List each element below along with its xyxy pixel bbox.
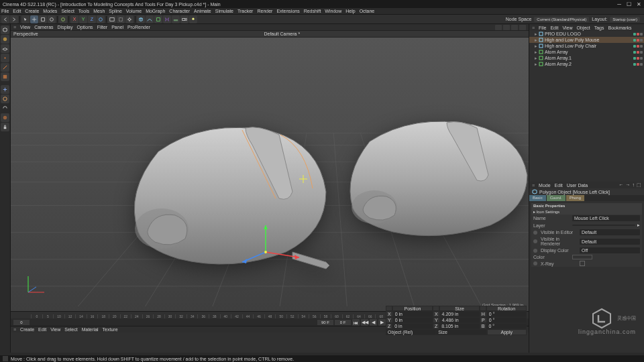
visibility-render-dot[interactable] bbox=[637, 39, 639, 42]
mat-menu-create[interactable]: Create bbox=[20, 327, 34, 332]
menu-mesh[interactable]: Mesh bbox=[93, 9, 105, 13]
workplane-mode[interactable] bbox=[1, 44, 9, 53]
redo-button[interactable] bbox=[10, 15, 18, 23]
expand-icon[interactable]: ▸ bbox=[535, 38, 537, 43]
spline-primitive[interactable] bbox=[146, 15, 154, 23]
timeline-end-frame[interactable]: 90 F bbox=[317, 320, 333, 325]
scale-tool[interactable] bbox=[39, 15, 47, 23]
material-manager[interactable] bbox=[11, 333, 529, 353]
vp-menu-panel[interactable]: Panel bbox=[111, 25, 123, 29]
object-row[interactable]: ▸Atom Array.1 bbox=[529, 55, 644, 61]
om-menu-tags[interactable]: Tags bbox=[594, 25, 604, 30]
menu-file[interactable]: File bbox=[1, 9, 9, 13]
menu-window[interactable]: Window bbox=[325, 9, 341, 13]
pos-field[interactable]: 0 in bbox=[393, 311, 433, 317]
mat-menu-view[interactable]: View bbox=[50, 327, 60, 332]
timeline-current-frame[interactable]: 0 F bbox=[335, 320, 351, 325]
rot-field[interactable]: 0 ° bbox=[486, 323, 527, 329]
menu-redshift[interactable]: Redshift bbox=[304, 9, 321, 13]
visibility-editor-dot[interactable] bbox=[633, 39, 636, 42]
vp-nav-icon[interactable] bbox=[519, 25, 526, 30]
anim-dot[interactable] bbox=[533, 261, 537, 265]
size-field[interactable]: 8.105 in bbox=[439, 323, 480, 329]
deformer-button[interactable] bbox=[163, 15, 171, 23]
pos-field[interactable]: 0 in bbox=[393, 317, 433, 323]
mat-menu-edit[interactable]: Edit bbox=[38, 327, 46, 332]
locked-mode[interactable] bbox=[1, 123, 9, 131]
move-tool[interactable] bbox=[30, 15, 38, 23]
om-menu-view[interactable]: View bbox=[562, 25, 572, 30]
menu-help[interactable]: Help bbox=[345, 9, 355, 13]
tag-icon[interactable] bbox=[640, 39, 643, 42]
menu-render[interactable]: Render bbox=[257, 9, 272, 13]
rot-field[interactable]: 0 ° bbox=[487, 311, 527, 317]
rot-field[interactable]: 0 ° bbox=[487, 317, 527, 323]
menu-edit[interactable]: Edit bbox=[13, 9, 21, 13]
vp-nav-icon[interactable] bbox=[495, 25, 502, 30]
mat-menu-select[interactable]: Select bbox=[64, 327, 77, 332]
om-menu-file[interactable]: File bbox=[539, 25, 546, 30]
xray-checkbox[interactable] bbox=[580, 261, 585, 266]
dispcolor-dropdown[interactable]: Off bbox=[580, 247, 640, 253]
axis-y-toggle[interactable]: Y bbox=[79, 15, 87, 23]
size-field[interactable]: 4.209 in bbox=[440, 311, 480, 317]
menu-octane[interactable]: Octane bbox=[360, 9, 375, 13]
vieweditor-dropdown[interactable]: Default bbox=[580, 229, 640, 235]
object-manager[interactable]: ▸PRO EDU LOGO▸High and Low Poly Mouse▸Hi… bbox=[529, 31, 644, 182]
coord-apply-button[interactable]: Apply bbox=[487, 329, 527, 335]
environment-button[interactable] bbox=[172, 15, 180, 23]
render-settings[interactable] bbox=[125, 15, 133, 23]
play-back-button[interactable]: ▶ bbox=[378, 319, 386, 326]
nodespace-dropdown[interactable]: Current (Standard/Physical) bbox=[534, 17, 589, 22]
icon-settings-header[interactable]: ▸ Icon Settings bbox=[531, 208, 642, 215]
om-menu-object[interactable]: Object bbox=[576, 25, 590, 30]
goto-start-button[interactable]: ⏮ bbox=[352, 319, 360, 326]
generator-button[interactable] bbox=[154, 15, 162, 23]
history-button[interactable] bbox=[59, 15, 67, 23]
expand-icon[interactable]: ▸ bbox=[535, 56, 537, 61]
mat-menu-material[interactable]: Material bbox=[82, 327, 99, 332]
tab-coord[interactable]: Coord. bbox=[547, 195, 566, 201]
world-toggle[interactable] bbox=[97, 15, 105, 23]
vp-menu-cameras[interactable]: Cameras bbox=[34, 25, 53, 29]
attr-nav-fwd[interactable]: → bbox=[626, 182, 631, 188]
menu-character[interactable]: Character bbox=[169, 9, 190, 13]
menu-modes[interactable]: Modes bbox=[43, 9, 57, 13]
viewport-3d[interactable]: Grid Spacing : 1.969 in bbox=[11, 38, 529, 311]
expand-icon[interactable]: ▸ bbox=[535, 44, 537, 49]
layer-field[interactable] bbox=[572, 225, 635, 226]
expand-icon[interactable]: ▸ bbox=[535, 32, 537, 37]
attr-menu-userdata[interactable]: User Data bbox=[567, 183, 588, 188]
size-field[interactable]: 4.486 in bbox=[440, 317, 480, 323]
vp-menu-view[interactable]: View bbox=[20, 25, 30, 29]
visibility-editor-dot[interactable] bbox=[633, 57, 636, 60]
attr-menu-mode[interactable]: Mode bbox=[539, 183, 551, 188]
coord-size-dropdown[interactable]: Size bbox=[436, 329, 486, 335]
viewrender-dropdown[interactable]: Default bbox=[580, 239, 640, 245]
tag-icon[interactable] bbox=[640, 45, 643, 48]
maximize-button[interactable]: ☐ bbox=[627, 1, 631, 7]
vp-menu-prorender[interactable]: ProRender bbox=[127, 25, 150, 29]
menu-mograph[interactable]: MoGraph bbox=[146, 9, 165, 13]
tab-phong[interactable]: Phong bbox=[566, 195, 585, 201]
snap-toggle[interactable] bbox=[1, 104, 9, 113]
prev-key-button[interactable]: ◀◀ bbox=[361, 319, 368, 326]
visibility-editor-dot[interactable] bbox=[633, 63, 636, 66]
visibility-editor-dot[interactable] bbox=[633, 45, 636, 48]
vp-menu-options[interactable]: Options bbox=[77, 25, 93, 29]
anim-dot[interactable] bbox=[533, 239, 537, 243]
close-button[interactable]: ✕ bbox=[637, 1, 641, 7]
vp-menu-filter[interactable]: Filter bbox=[97, 25, 108, 29]
axis-z-toggle[interactable]: Z bbox=[88, 15, 96, 23]
render-region[interactable] bbox=[117, 15, 125, 23]
render-view[interactable] bbox=[108, 15, 116, 23]
menu-extensions[interactable]: Extensions bbox=[276, 9, 299, 13]
anim-dot[interactable] bbox=[533, 249, 537, 253]
color-swatch[interactable] bbox=[572, 255, 592, 259]
tag-icon[interactable] bbox=[640, 63, 643, 66]
undo-button[interactable] bbox=[1, 15, 9, 23]
prev-frame-button[interactable]: ◀ bbox=[370, 319, 377, 326]
vp-nav-icon[interactable] bbox=[511, 25, 518, 30]
tag-icon[interactable] bbox=[640, 51, 643, 54]
menu-tools[interactable]: Tools bbox=[78, 9, 89, 13]
